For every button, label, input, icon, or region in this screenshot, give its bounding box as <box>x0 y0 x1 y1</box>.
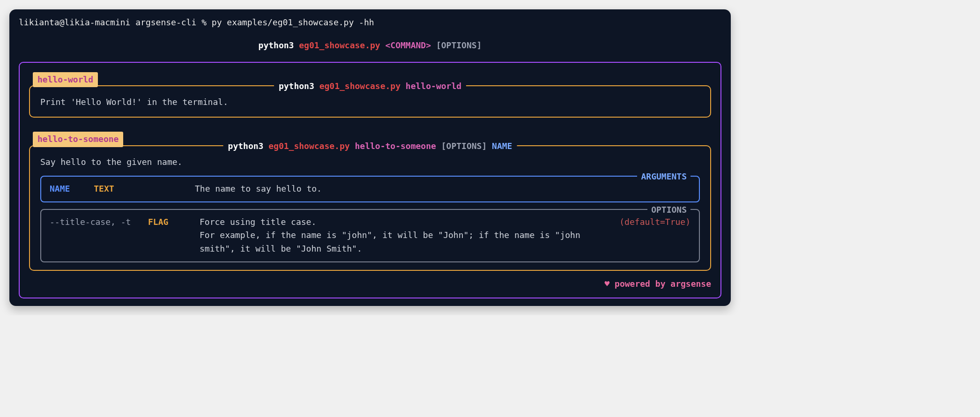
cmd-script: eg01_showcase.py <box>268 141 349 151</box>
command-title-hello-world: python3 eg01_showcase.py hello-world <box>274 80 466 93</box>
shell-prompt: likianta@likia-macmini argsense-cli % py… <box>9 9 731 33</box>
cmd-name: hello-to-someone <box>355 141 436 151</box>
arguments-label: ARGUMENTS <box>637 170 690 184</box>
cmd-arg: NAME <box>492 141 512 151</box>
command-tag-hello-world: hello-world <box>33 72 98 88</box>
cmd-script: eg01_showcase.py <box>319 81 401 91</box>
option-desc-line2: For example, if the name is "john", it w… <box>200 230 580 253</box>
usage-options: [OPTIONS] <box>436 40 482 50</box>
option-desc-line1: Force using title case. <box>200 217 316 227</box>
option-name: --title-case, -t <box>50 216 148 256</box>
arg-desc: The name to say hello to. <box>195 182 690 196</box>
arguments-box: ARGUMENTS NAME TEXT The name to say hell… <box>40 176 700 202</box>
arg-type: TEXT <box>94 184 114 194</box>
usage-interpreter: python3 <box>259 40 294 50</box>
argument-row: NAME TEXT The name to say hello to. <box>50 182 690 196</box>
options-box: OPTIONS --title-case, -t FLAG Force usin… <box>40 209 700 262</box>
command-box-hello-world: python3 eg01_showcase.py hello-world Pri… <box>29 85 711 118</box>
command-box-hello-to-someone: python3 eg01_showcase.py hello-to-someon… <box>29 145 711 271</box>
usage-command: <COMMAND> <box>386 40 431 50</box>
option-type: FLAG <box>148 216 200 256</box>
usage-line: python3 eg01_showcase.py <COMMAND> [OPTI… <box>9 33 731 62</box>
heart-icon: ♥ <box>604 279 609 289</box>
footer-text: powered by argsense <box>615 279 711 289</box>
command-tag-hello-to-someone: hello-to-someone <box>33 132 123 147</box>
cmd-interp: python3 <box>279 81 314 91</box>
option-default: (default=True) <box>619 216 690 256</box>
cmd-name: hello-world <box>406 81 461 91</box>
cmd-interp: python3 <box>228 141 264 151</box>
option-desc: Force using title case. For example, if … <box>200 216 619 256</box>
usage-script: eg01_showcase.py <box>299 40 380 50</box>
arg-spacer <box>143 182 195 196</box>
footer: ♥ powered by argsense <box>29 271 711 291</box>
options-label: OPTIONS <box>647 203 690 217</box>
command-title-hello-to-someone: python3 eg01_showcase.py hello-to-someon… <box>223 140 517 153</box>
arg-name: NAME <box>50 182 89 196</box>
spacer <box>29 118 711 132</box>
cmd-opts: [OPTIONS] <box>441 141 487 151</box>
commands-panel: hello-world python3 eg01_showcase.py hel… <box>19 62 721 298</box>
option-row: --title-case, -t FLAG Force using title … <box>50 216 690 256</box>
terminal-window: likianta@likia-macmini argsense-cli % py… <box>9 9 731 306</box>
arg-name-col: NAME TEXT <box>50 182 143 196</box>
command-desc-hello-to-someone: Say hello to the given name. <box>40 153 700 169</box>
command-desc-hello-world: Print 'Hello World!' in the terminal. <box>40 93 700 109</box>
